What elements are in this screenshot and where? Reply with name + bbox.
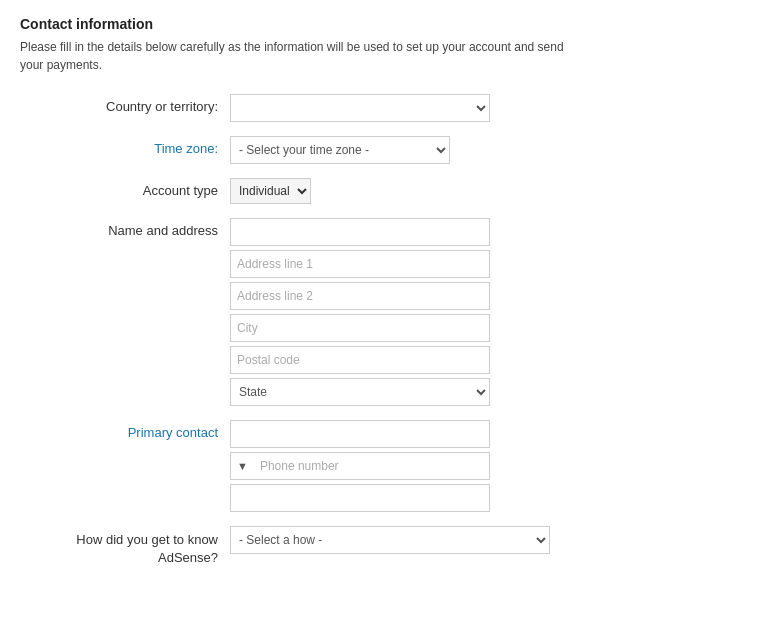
contact-extra-input[interactable]: [230, 484, 490, 512]
contact-name-input[interactable]: [230, 420, 490, 448]
primary-contact-row: Primary contact ▼: [20, 420, 743, 512]
primary-contact-label: Primary contact: [20, 420, 230, 440]
city-input[interactable]: [230, 314, 490, 342]
how-row: How did you get to know AdSense? - Selec…: [20, 526, 743, 567]
address-line1-input[interactable]: [230, 250, 490, 278]
account-type-row: Account type Individual Business: [20, 178, 743, 204]
name-address-fields: State: [230, 218, 490, 406]
address-line2-input[interactable]: [230, 282, 490, 310]
name-address-row: Name and address State: [20, 218, 743, 406]
how-label: How did you get to know AdSense?: [20, 526, 230, 567]
timezone-row: Time zone: - Select your time zone -: [20, 136, 743, 164]
account-type-label: Account type: [20, 178, 230, 198]
country-row: Country or territory:: [20, 94, 743, 122]
timezone-field-wrap: - Select your time zone -: [230, 136, 450, 164]
phone-input[interactable]: [254, 452, 490, 480]
how-select[interactable]: - Select a how -: [230, 526, 550, 554]
phone-flag-icon: ▼: [237, 460, 248, 472]
country-label: Country or territory:: [20, 94, 230, 114]
account-type-field-wrap: Individual Business: [230, 178, 311, 204]
country-field-wrap: [230, 94, 490, 122]
timezone-select[interactable]: - Select your time zone -: [230, 136, 450, 164]
account-type-select[interactable]: Individual Business: [230, 178, 311, 204]
page-title: Contact information: [20, 16, 743, 32]
postal-code-input[interactable]: [230, 346, 490, 374]
country-select[interactable]: [230, 94, 490, 122]
page-description: Please fill in the details below careful…: [20, 38, 580, 74]
state-select[interactable]: State: [230, 378, 490, 406]
phone-flag-dropdown[interactable]: ▼: [230, 452, 254, 480]
name-address-label: Name and address: [20, 218, 230, 238]
how-field-wrap: - Select a how -: [230, 526, 550, 554]
phone-row: ▼: [230, 452, 490, 480]
name-input[interactable]: [230, 218, 490, 246]
timezone-label: Time zone:: [20, 136, 230, 156]
primary-contact-fields: ▼: [230, 420, 490, 512]
